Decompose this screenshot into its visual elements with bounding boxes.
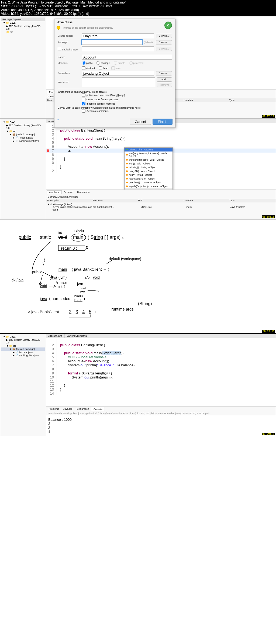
svg-text:{: { [44,258,45,262]
svg-text:〜: 〜 [96,289,99,293]
problems-tab-2[interactable]: Problems [47,190,62,194]
mod-abstract[interactable] [82,66,85,70]
svg-text:jdk / bin: jdk / bin [11,278,23,282]
browse-source-btn[interactable]: Browse... [156,34,172,38]
pkg-node-4[interactable]: ▼ 📦 (default package) [1,347,45,351]
autocomplete-item[interactable]: notifyAll() : void - Object [125,169,172,173]
source-folder-label: Source folder: [58,35,82,37]
svg-text:static: static [40,235,51,240]
problems-tab-4[interactable]: Problems [47,407,61,411]
interfaces-label: Interfaces: [58,81,82,84]
mod-public[interactable] [82,61,85,65]
svg-text:void: void [58,235,67,240]
file-info-header: File: 2. Write Java Program to create ob… [0,0,276,16]
timestamp-1: 00:07:10 [262,115,275,118]
svg-text:( String [ ]   args) s: ( String [ ] args) s [88,235,123,240]
svg-text:return 0 ;: return 0 ; [61,246,77,250]
problems-panel-2: Problems Javadoc Declaration 0 errors, 1… [46,190,276,219]
src-node-2[interactable]: ▼ 📁 src [1,130,45,133]
autocomplete-item[interactable]: hashCode() : int - Object [125,177,172,181]
gen-comments-check[interactable] [82,109,85,113]
finish-button[interactable]: Finish [153,119,172,125]
browse-package-btn[interactable]: Browse... [156,40,172,44]
mod-final[interactable] [99,66,102,70]
svg-text:↳ main: ↳ main [56,280,67,284]
audio-line: Audio: aac, 48000 Hz, 2 channels, s16, 1… [1,8,275,12]
autocomplete-item[interactable]: wait(long timeout, int nanos) : void - O… [125,151,172,158]
project-node-2[interactable]: ▼ 📁 Day1 [1,120,45,124]
project-node-4[interactable]: ▼ 📁 Day1 [1,335,45,338]
declaration-tab-2[interactable]: Declaration [75,190,92,194]
timestamp-2: 00:18:10 [262,215,275,218]
svg-text:> java BankClient: > java BankClient [28,310,59,314]
package-explorer-4: ▼ 📁 Day1 ▶ JRE System Library [JavaSE-1.… [0,334,46,436]
autocomplete-item[interactable]: wait(long timeout) : void - Object [125,158,172,162]
file1-node-4[interactable]: ▶ 📄 Account.java [1,351,45,354]
autocomplete-item[interactable]: equals(Object obj) : boolean - Object [125,184,172,188]
code-editor-4[interactable]: 1 2public class BankingClient { 3 4 publ… [46,338,276,397]
svg-text:s+o: s+o [80,290,85,293]
enclosing-label: Enclosing type: [58,47,82,51]
warnings-group[interactable]: ▼ ⚠ Warnings (1 item) [47,203,275,206]
svg-text:main: main [73,235,83,240]
svg-text:public: public [19,235,31,240]
whiteboard-panel: Bindu public static void int main ( Stri… [0,219,276,333]
console-tab[interactable]: Console [91,407,105,411]
stubs-question: Which method stubs would you like to cre… [58,91,172,93]
browse-super-btn[interactable]: Browse... [156,71,172,75]
tab-account-4[interactable]: Account.java [46,334,65,338]
svg-text:←: ← [94,309,99,314]
autocomplete-item[interactable]: toString() : String - Object [125,166,172,169]
svg-text:int: int [58,231,62,235]
stub-main-check[interactable] [82,93,85,97]
package-input[interactable] [82,40,142,45]
project-node[interactable]: ▼ 📁 Day1 [1,21,45,25]
svg-text:5: 5 [89,309,91,314]
stub-inh-check[interactable] [82,102,85,105]
file1-node-2[interactable]: ▶ 📄 Account.java [1,136,45,139]
autocomplete-item[interactable]: wait() : void - Object [125,162,172,166]
svg-text:2: 2 [69,309,71,314]
autocomplete-item[interactable]: getClass() : Class<?> - Object [125,181,172,184]
file2-node-2[interactable]: ▶ 📄 BankingClient.java [1,139,45,143]
name-input[interactable] [82,55,172,60]
autocomplete-item[interactable]: balance : int - Account [125,148,172,151]
ide-panel-1: Package Explorer ▼ 📁 Day1 ▶ JRE System L… [0,16,276,119]
console-output: Balance : 1000 2 3 4 [46,415,276,436]
autocomplete-item[interactable]: notify() : void - Object [125,173,172,177]
jre-node-2[interactable]: ▶ JRE System Library [JavaSE-1.8] [1,124,45,130]
help-icon[interactable]: ? [57,119,59,125]
warning-icon [57,26,60,30]
src-node[interactable]: 📁 src [1,30,45,34]
svg-text:( hardcoded →: ( hardcoded → [49,297,75,301]
stub-ctor-check[interactable] [82,98,85,101]
svg-text:runtime args: runtime args [112,307,134,311]
cancel-button[interactable]: Cancel [130,119,151,125]
svg-text:( java  BankClient ← ): ( java BankClient ← ) [72,267,109,271]
interfaces-box[interactable] [82,77,155,87]
enclosing-check[interactable] [58,47,61,50]
src-node-4[interactable]: ▼ 📁 src [1,344,45,347]
jre-node[interactable]: ▶ JRE System Library [JavaSE-1.8] [1,25,45,30]
sidebar-title: Package Explorer [1,18,45,21]
superclass-input[interactable] [82,71,154,76]
pkg-node-2[interactable]: ▼ 📦 (default package) [1,133,45,136]
svg-text:Bindu: Bindu [74,229,84,233]
jre-node-4[interactable]: ▶ JRE System Library [JavaSE-1.8] [1,338,45,344]
javadoc-tab-4[interactable]: Javadoc [61,407,75,411]
package-label: Package: [58,41,82,44]
tab-bankingclient-4[interactable]: BankingClient.java [65,334,89,338]
declaration-tab-4[interactable]: Declaration [75,407,91,411]
svg-text:void: void [40,284,47,288]
add-interface-btn[interactable]: Add... [157,77,172,82]
svg-text:public: public [32,270,42,274]
editor-area-1: Java Class C The use of the default pack… [46,16,276,118]
ide-panel-4: ▼ 📁 Day1 ▶ JRE System Library [JavaSE-1.… [0,334,276,436]
source-folder-input[interactable] [82,33,154,38]
code-editor-2[interactable]: 1 2public class BankingClient { 3 4 publ… [46,123,276,174]
file2-node-4[interactable]: ▶ 📄 BankingClient.java [1,354,45,357]
mod-static [111,66,115,70]
mod-package[interactable] [96,61,100,65]
warning-row[interactable]: ⚠ The value of the local variable a is n… [47,206,275,211]
javadoc-tab-2[interactable]: Javadoc [62,190,75,194]
